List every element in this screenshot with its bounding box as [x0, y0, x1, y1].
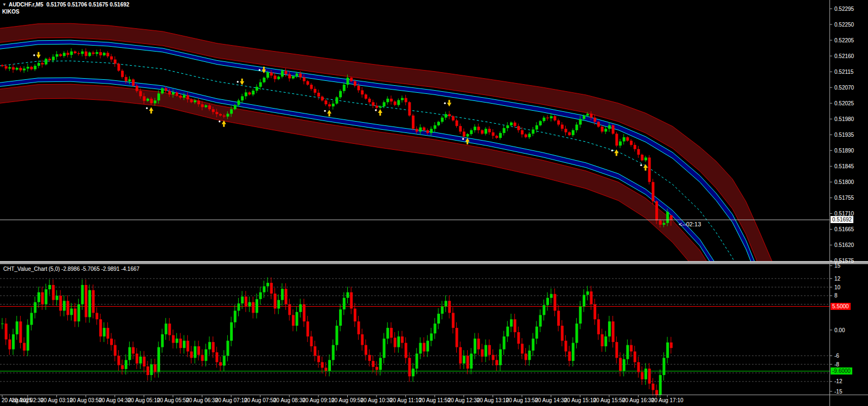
- symbol-dropdown-icon[interactable]: ▼: [2, 2, 7, 8]
- svg-text:20 Aug 15:10: 20 Aug 15:10: [564, 397, 596, 403]
- svg-text:-6: -6: [834, 353, 839, 359]
- signal-dot-icon: [33, 54, 35, 56]
- svg-text:0.52115: 0.52115: [834, 69, 854, 75]
- buy-arrow-icon: [149, 107, 154, 113]
- svg-text:20 Aug 15:50: 20 Aug 15:50: [593, 397, 625, 403]
- overlay-indicator-label: KIKOS: [2, 9, 20, 15]
- svg-text:0.52295: 0.52295: [834, 6, 854, 12]
- svg-text:0.51980: 0.51980: [834, 116, 854, 122]
- svg-text:0.52070: 0.52070: [834, 85, 854, 91]
- svg-text:20 Aug 05:10: 20 Aug 05:10: [128, 397, 160, 403]
- signal-dot-icon: [237, 81, 239, 83]
- signal-dot-icon: [640, 164, 642, 166]
- svg-text:-8: -8: [834, 361, 839, 367]
- trading-chart-window: 0.522950.522500.522050.521600.521150.520…: [0, 0, 868, 406]
- svg-text:20 Aug 03:50: 20 Aug 03:50: [70, 397, 102, 403]
- buy-arrow-icon: [327, 110, 331, 116]
- oscillator-label: CHT_Value_Chart (5,0) -2.8986 -5.7065 -2…: [3, 266, 139, 272]
- symbol-header: ▼AUDCHF.r,M5 0.51705 0.51706 0.51675 0.5…: [2, 2, 129, 9]
- svg-text:-12: -12: [834, 378, 843, 384]
- svg-text:20 Aug 06:30: 20 Aug 06:30: [186, 397, 218, 403]
- svg-text:20 Aug 03:10: 20 Aug 03:10: [41, 397, 73, 403]
- svg-text:20 Aug 09:10: 20 Aug 09:10: [302, 397, 334, 403]
- svg-text:-15: -15: [834, 389, 843, 395]
- svg-text:20 Aug 04:30: 20 Aug 04:30: [99, 397, 131, 403]
- candle-countdown-annotation: <--02:13: [679, 221, 701, 227]
- svg-text:20 Aug 12:30: 20 Aug 12:30: [448, 397, 480, 403]
- svg-text:0.51935: 0.51935: [834, 132, 854, 138]
- sell-arrow-icon: [36, 52, 41, 59]
- svg-text:20 Aug 08:30: 20 Aug 08:30: [273, 397, 305, 403]
- svg-text:0.52160: 0.52160: [834, 53, 854, 59]
- svg-text:20 Aug 13:10: 20 Aug 13:10: [477, 397, 509, 403]
- svg-text:20 Aug 17:10: 20 Aug 17:10: [652, 397, 684, 403]
- signal-dot-icon: [219, 120, 220, 122]
- svg-text:20 Aug 13:50: 20 Aug 13:50: [506, 397, 538, 403]
- svg-text:0.51620: 0.51620: [834, 242, 854, 248]
- svg-text:20 Aug 14:30: 20 Aug 14:30: [535, 397, 567, 403]
- svg-text:10: 10: [834, 284, 841, 290]
- signal-dot-icon: [324, 110, 326, 112]
- buy-arrow-icon: [614, 149, 618, 156]
- svg-text:20 Aug 05:50: 20 Aug 05:50: [157, 397, 189, 403]
- svg-text:20 Aug 10:30: 20 Aug 10:30: [361, 397, 393, 403]
- svg-text:0.51890: 0.51890: [834, 148, 854, 154]
- signal-dot-icon: [146, 107, 148, 109]
- price-axis[interactable]: 0.522950.522500.522050.521600.521150.520…: [829, 6, 854, 264]
- buy-arrow-icon: [643, 164, 648, 170]
- buy-arrow-icon: [378, 109, 382, 116]
- oscillator-upper-level-tag: 5.5000: [831, 303, 851, 310]
- signal-dot-icon: [611, 150, 613, 151]
- svg-text:20 Aug 09:50: 20 Aug 09:50: [331, 397, 363, 403]
- svg-text:15: 15: [834, 263, 841, 269]
- svg-text:12: 12: [834, 276, 841, 282]
- svg-text:8: 8: [834, 293, 838, 299]
- svg-text:20 Aug 07:50: 20 Aug 07:50: [244, 397, 276, 403]
- signal-dot-icon: [375, 109, 376, 111]
- svg-text:20 Aug 02:30: 20 Aug 02:30: [11, 397, 43, 403]
- svg-text:0.00: 0.00: [834, 327, 845, 333]
- symbol-ohlc-values: 0.51705 0.51706 0.51675 0.51692: [46, 2, 129, 8]
- signal-dot-icon: [462, 138, 464, 139]
- signal-dot-icon: [259, 69, 260, 71]
- svg-text:0.52250: 0.52250: [834, 22, 854, 28]
- svg-text:0.51845: 0.51845: [834, 163, 854, 169]
- oscillator-axis[interactable]: 15121080.00-6-8-12-15: [829, 263, 845, 395]
- svg-text:20 Aug 07:10: 20 Aug 07:10: [215, 397, 247, 403]
- symbol-title: AUDCHF.r,M5: [9, 2, 43, 8]
- chart-canvas[interactable]: 0.522950.522500.522050.521600.521150.520…: [0, 0, 868, 406]
- sell-arrow-icon: [447, 100, 451, 106]
- svg-text:20 Aug 11:10: 20 Aug 11:10: [390, 397, 422, 403]
- current-price-tag: 0.51692: [831, 216, 853, 223]
- svg-text:0.52205: 0.52205: [834, 37, 854, 43]
- sell-arrow-icon: [240, 79, 244, 85]
- time-axis[interactable]: 20 Aug 202520 Aug 02:3020 Aug 03:1020 Au…: [2, 395, 684, 403]
- svg-text:0.51800: 0.51800: [834, 179, 854, 185]
- svg-text:0.51755: 0.51755: [834, 195, 854, 201]
- svg-text:20 Aug 16:30: 20 Aug 16:30: [622, 397, 654, 403]
- svg-text:0.51665: 0.51665: [834, 226, 854, 232]
- svg-text:20 Aug 11:50: 20 Aug 11:50: [419, 397, 451, 403]
- signal-dot-icon: [444, 102, 445, 104]
- svg-text:0.52025: 0.52025: [834, 100, 854, 106]
- oscillator-lower-level-tag: -9.6000: [831, 367, 852, 375]
